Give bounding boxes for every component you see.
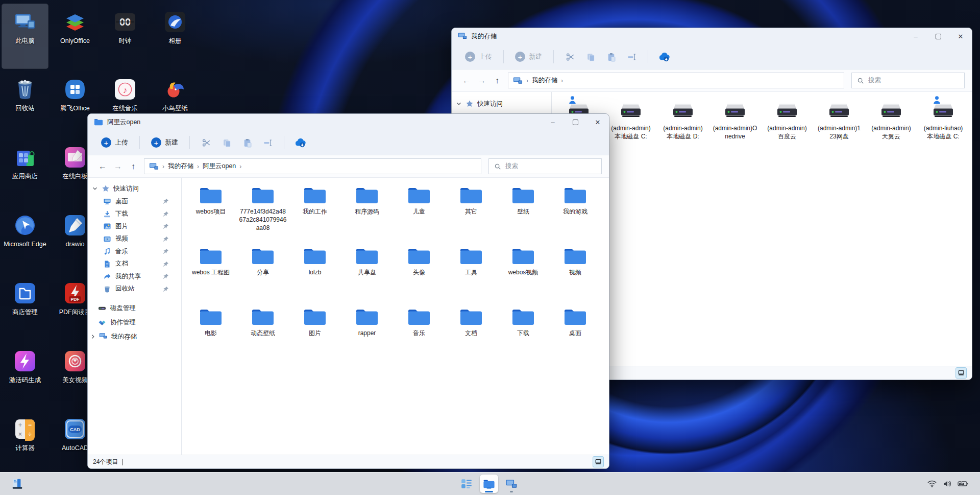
desktop-icon-store-manage[interactable]: 商店管理	[2, 275, 48, 340]
new-button[interactable]: + 新建	[146, 137, 183, 148]
copy-icon[interactable]	[584, 50, 597, 63]
titlebar[interactable]: 阿里云open – ✕	[88, 114, 609, 130]
drive-item[interactable]: (admin-liuhao)本地磁盘 C:	[917, 98, 969, 159]
folder-item[interactable]: webos项目	[185, 184, 237, 245]
maximize-button[interactable]	[564, 114, 586, 130]
cut-icon[interactable]	[564, 50, 577, 63]
upload-button[interactable]: + 上传	[460, 52, 497, 62]
up-icon[interactable]: ↑	[489, 74, 505, 88]
sidebar-item-music[interactable]: 音乐	[88, 245, 181, 258]
sidebar-item-doc[interactable]: 文档	[88, 258, 181, 271]
sidebar-item-my-storage[interactable]: 我的存储	[88, 329, 181, 344]
drive-item[interactable]: (admin-admin)123网盘	[813, 98, 865, 159]
desktop-icon-photos[interactable]: 相册	[152, 4, 198, 68]
sidebar-item-collab-management[interactable]: 协作管理	[88, 315, 181, 329]
forward-icon[interactable]: →	[110, 159, 126, 174]
rename-icon[interactable]	[261, 136, 274, 149]
desktop-icon-app-store[interactable]: 应用商店	[2, 139, 48, 204]
sidebar-item-picture[interactable]: 图片	[88, 220, 181, 233]
folder-item[interactable]: 777e14f3d42a4867a2c841079946aa08	[237, 184, 289, 245]
breadcrumb[interactable]: › 我的存储 › 阿里云open ›	[144, 158, 481, 174]
start-button[interactable]	[457, 475, 476, 493]
close-button[interactable]: ✕	[586, 114, 609, 130]
folder-item[interactable]: 文档	[445, 305, 497, 366]
folder-item[interactable]: 下载	[497, 305, 549, 366]
folder-item[interactable]: webos视频	[497, 245, 549, 305]
folder-item[interactable]: 图片	[289, 305, 341, 366]
pin-icon[interactable]	[162, 235, 169, 242]
desktop-icon-calculator[interactable]: +−×÷计算器	[2, 411, 48, 476]
folder-item[interactable]: webos 工程图	[185, 245, 237, 305]
pin-icon[interactable]	[162, 223, 169, 230]
view-toggle-button[interactable]	[593, 456, 604, 467]
new-button[interactable]: + 新建	[510, 52, 547, 62]
folder-item[interactable]: 儿童	[393, 184, 445, 245]
breadcrumb-current[interactable]: 阿里云open	[203, 162, 236, 171]
folder-item[interactable]: 我的游戏	[549, 184, 601, 245]
desktop-icon-recycle-bin[interactable]: 回收站	[2, 72, 48, 136]
breadcrumb[interactable]: › 我的存储 ›	[508, 73, 844, 88]
maximize-button[interactable]	[927, 28, 949, 44]
folder-item[interactable]: 头像	[393, 245, 445, 305]
desktop-icon-activation-code[interactable]: 激活码生成	[2, 343, 48, 408]
folder-item[interactable]: lolzb	[289, 245, 341, 305]
drive-item[interactable]: (admin-admin)百度云	[761, 98, 813, 159]
sidebar-item-trash[interactable]: 回收站	[88, 283, 181, 296]
paste-icon[interactable]	[240, 136, 254, 149]
volume-icon[interactable]	[943, 480, 952, 488]
minimize-button[interactable]: –	[542, 114, 564, 130]
cloud-sync-icon[interactable]	[294, 136, 307, 149]
drive-item[interactable]: (admin-admin)本地磁盘 D:	[657, 98, 709, 159]
wifi-icon[interactable]	[927, 480, 937, 488]
desktop-icon-this-pc[interactable]: 此电脑	[2, 4, 48, 68]
copy-icon[interactable]	[220, 136, 233, 149]
folder-item[interactable]: 音乐	[393, 305, 445, 366]
sidebar-item-share[interactable]: 我的共享	[88, 270, 181, 283]
search-input[interactable]: 搜索	[488, 158, 602, 174]
folder-item[interactable]: rapper	[341, 305, 393, 366]
folder-item[interactable]: 我的工作	[289, 184, 341, 245]
pin-icon[interactable]	[162, 261, 169, 267]
upload-button[interactable]: + 上传	[96, 137, 133, 148]
sidebar-item-download[interactable]: 下载	[88, 208, 181, 221]
desktop-icon-edge[interactable]: Microsoft Edge	[2, 207, 48, 272]
desktop-icon-onlyoffice[interactable]: OnlyOffice	[52, 4, 98, 68]
breadcrumb-root[interactable]: 我的存储	[168, 162, 193, 171]
folder-item[interactable]: 壁纸	[497, 184, 549, 245]
minimize-button[interactable]: –	[904, 28, 927, 44]
folder-item[interactable]: 共享盘	[341, 245, 393, 305]
widgets-button[interactable]	[8, 475, 27, 493]
drive-item[interactable]: (admin-admin)本地磁盘 C:	[605, 98, 657, 159]
close-button[interactable]: ✕	[949, 28, 972, 44]
sidebar-item-video[interactable]: 视频	[88, 233, 181, 246]
folder-item[interactable]: 电影	[185, 305, 237, 366]
cloud-sync-icon[interactable]	[658, 50, 671, 63]
folder-item[interactable]: 动态壁纸	[237, 305, 289, 366]
back-icon[interactable]: ←	[95, 159, 110, 174]
rename-icon[interactable]	[625, 50, 638, 63]
sidebar-item-disk-management[interactable]: 磁盘管理	[88, 301, 181, 315]
pin-icon[interactable]	[162, 273, 169, 280]
sidebar-item-quick-access[interactable]: 快速访问	[452, 97, 551, 110]
up-icon[interactable]: ↑	[126, 159, 141, 174]
folder-item[interactable]: 程序源码	[341, 184, 393, 245]
pin-icon[interactable]	[162, 286, 169, 292]
forward-icon[interactable]: →	[474, 74, 489, 88]
sidebar-item-quick-access[interactable]: 快速访问	[88, 182, 181, 195]
cut-icon[interactable]	[200, 136, 213, 149]
drive-item[interactable]: (admin-admin)Onedrive	[709, 98, 761, 159]
taskbar-computer-button[interactable]	[502, 475, 521, 493]
back-icon[interactable]: ←	[459, 74, 474, 88]
folder-item[interactable]: 分享	[237, 245, 289, 305]
battery-icon[interactable]	[958, 480, 969, 487]
pin-icon[interactable]	[162, 198, 169, 205]
folder-item[interactable]: 视频	[549, 245, 601, 305]
pin-icon[interactable]	[162, 248, 169, 255]
taskbar-file-manager-button[interactable]	[480, 475, 498, 493]
folder-item[interactable]: 桌面	[549, 305, 601, 366]
paste-icon[interactable]	[604, 50, 618, 63]
search-input[interactable]: 搜索	[851, 73, 965, 88]
breadcrumb-root[interactable]: 我的存储	[532, 76, 557, 85]
pin-icon[interactable]	[162, 210, 169, 217]
view-toggle-button[interactable]	[955, 367, 967, 379]
